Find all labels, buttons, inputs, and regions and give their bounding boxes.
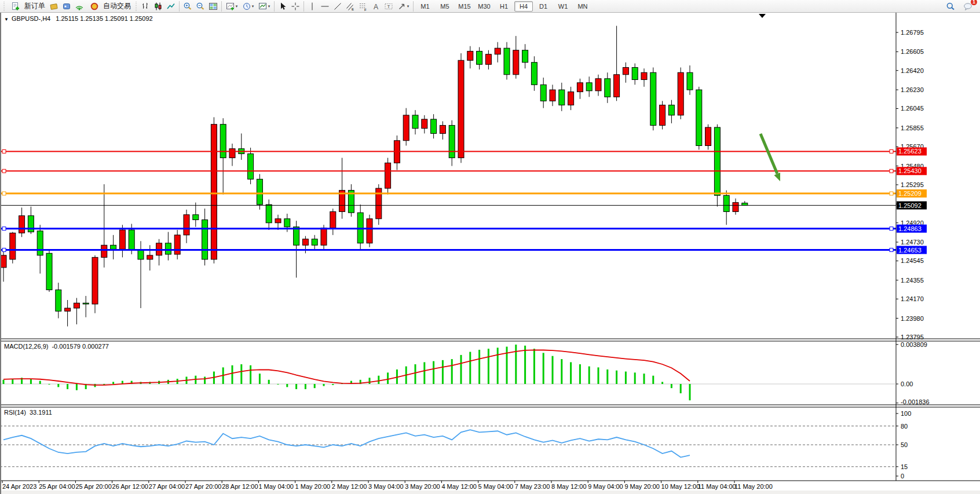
candle-body[interactable]	[119, 230, 125, 249]
candle-body[interactable]	[577, 83, 583, 92]
candle-body[interactable]	[431, 119, 437, 134]
crosshair-icon[interactable]	[289, 1, 302, 12]
candle-body[interactable]	[46, 253, 52, 290]
hline-anchor[interactable]	[890, 227, 893, 230]
candle-body[interactable]	[696, 90, 702, 145]
candle-body[interactable]	[458, 60, 464, 158]
candle-body[interactable]	[660, 105, 665, 125]
new-order-button[interactable]: 新订单	[7, 1, 47, 12]
candle-body[interactable]	[705, 127, 711, 146]
terminal-icon[interactable]	[60, 1, 73, 12]
candle-body[interactable]	[449, 125, 455, 158]
arrows-tool-icon[interactable]: ▾	[395, 1, 411, 12]
candle-body[interactable]	[522, 50, 528, 63]
candle-body[interactable]	[568, 92, 574, 105]
candle-body[interactable]	[586, 83, 592, 91]
candle-body[interactable]	[632, 67, 638, 79]
candle-body[interactable]	[56, 290, 61, 311]
candle-body[interactable]	[641, 72, 647, 79]
candle-body[interactable]	[440, 125, 445, 133]
tf-button-W1[interactable]: W1	[554, 1, 572, 12]
candle-body[interactable]	[595, 79, 601, 91]
autotrading-button[interactable]: 自动交易	[86, 1, 133, 12]
candle-body[interactable]	[101, 245, 107, 257]
candle-body[interactable]	[330, 211, 336, 228]
candle-body[interactable]	[294, 227, 299, 246]
candle-body[interactable]	[248, 154, 254, 180]
candle-body[interactable]	[65, 308, 71, 311]
candle-body[interactable]	[165, 243, 171, 254]
candle-body[interactable]	[111, 245, 116, 249]
candle-body[interactable]	[193, 215, 199, 220]
cursor-icon[interactable]	[276, 1, 289, 12]
metaeditor-icon[interactable]	[47, 1, 60, 12]
candle-body[interactable]	[229, 149, 235, 158]
candle-body[interactable]	[74, 303, 79, 308]
candle-body[interactable]	[531, 63, 537, 85]
candle-body[interactable]	[220, 125, 226, 158]
tf-button-M5[interactable]: M5	[436, 1, 454, 12]
candle-body[interactable]	[742, 203, 748, 206]
candle-body[interactable]	[550, 90, 555, 101]
candle-body[interactable]	[477, 51, 482, 64]
hline-anchor[interactable]	[2, 227, 6, 230]
hline-anchor[interactable]	[890, 192, 893, 195]
candle-body[interactable]	[129, 230, 134, 250]
candle-body[interactable]	[367, 219, 372, 243]
candle-body[interactable]	[184, 215, 189, 235]
hline-anchor[interactable]	[890, 248, 893, 252]
toolbar-grip[interactable]	[134, 2, 138, 11]
templates-icon[interactable]: ▾	[256, 1, 272, 12]
candle-body[interactable]	[19, 215, 25, 233]
candle-body[interactable]	[266, 204, 272, 223]
equidistant-channel-icon[interactable]: E	[344, 1, 357, 12]
candle-body[interactable]	[422, 119, 427, 129]
tf-button-MN[interactable]: MN	[573, 1, 592, 12]
fibonacci-icon[interactable]: F	[357, 1, 370, 12]
candle-body[interactable]	[623, 67, 628, 74]
candle-body[interactable]	[202, 219, 208, 259]
hline-anchor[interactable]	[2, 192, 6, 195]
candle-body[interactable]	[495, 48, 500, 54]
candle-body[interactable]	[668, 105, 674, 115]
tf-button-M1[interactable]: M1	[416, 1, 434, 12]
tf-button-H4[interactable]: H4	[514, 1, 533, 12]
zoom-out-icon[interactable]	[194, 1, 207, 12]
candle-body[interactable]	[275, 219, 281, 223]
search-icon[interactable]	[944, 1, 957, 12]
candle-body[interactable]	[10, 233, 16, 259]
signals-icon[interactable]	[73, 1, 86, 12]
chart-expand-icon[interactable]: ▼	[4, 17, 9, 22]
candle-body[interactable]	[687, 72, 693, 90]
candle-body[interactable]	[83, 303, 89, 304]
chart-line-icon[interactable]	[164, 1, 177, 12]
vertical-line-icon[interactable]	[306, 1, 319, 12]
candle-body[interactable]	[614, 75, 620, 97]
candle-body[interactable]	[37, 231, 43, 255]
candle-body[interactable]	[1, 255, 6, 268]
text-label-icon[interactable]: T	[382, 1, 395, 12]
trendline-icon[interactable]	[331, 1, 344, 12]
chart-candles-icon[interactable]	[152, 1, 164, 12]
candle-body[interactable]	[559, 90, 565, 105]
hline-anchor[interactable]	[2, 169, 6, 173]
candle-body[interactable]	[321, 228, 327, 246]
candle-body[interactable]	[513, 50, 519, 75]
candle-body[interactable]	[385, 163, 391, 188]
candle-body[interactable]	[28, 215, 34, 232]
tf-button-D1[interactable]: D1	[534, 1, 553, 12]
toolbar-grip[interactable]	[2, 2, 6, 11]
periods-icon[interactable]: ▾	[240, 1, 256, 12]
candle-body[interactable]	[540, 85, 546, 101]
candle-body[interactable]	[605, 79, 610, 97]
tf-button-M30[interactable]: M30	[475, 1, 493, 12]
chat-icon[interactable]: 1	[961, 1, 974, 12]
horizontal-line-icon[interactable]	[319, 1, 331, 12]
hline-anchor[interactable]	[2, 149, 6, 153]
hline-anchor[interactable]	[890, 169, 893, 173]
candle-body[interactable]	[403, 115, 409, 141]
candle-body[interactable]	[147, 255, 153, 259]
candle-body[interactable]	[312, 239, 317, 246]
candle-body[interactable]	[174, 235, 180, 254]
tf-button-H1[interactable]: H1	[495, 1, 513, 12]
